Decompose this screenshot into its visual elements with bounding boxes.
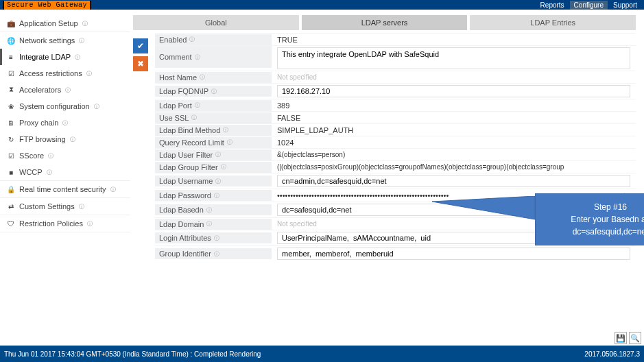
sidebar-item-accelerators[interactable]: ⧗Acceleratorsⓘ (0, 82, 130, 98)
groupfilter-value[interactable]: (|(objectclass=posixGroup)(objectclass=g… (272, 162, 636, 172)
info-icon: ⓘ (79, 203, 84, 210)
info-icon: ⓘ (94, 103, 99, 110)
sidebar-item-application-setup[interactable]: 💼Application Setupⓘ (0, 15, 130, 32)
userfilter-value[interactable]: &(objectclass=person) (272, 149, 636, 160)
field-label: Enabled (159, 36, 187, 44)
sidebar-item-label: Custom Settings (19, 202, 75, 210)
fqdn-input[interactable] (277, 85, 630, 97)
info-icon: ⓘ (86, 70, 92, 77)
ssl-value[interactable]: FALSE (272, 112, 636, 123)
sidebar-item-label: Access restrictions (19, 69, 82, 77)
info-icon: ⓘ (214, 192, 219, 200)
groupid-input[interactable] (277, 248, 630, 260)
info-icon: ⓘ (223, 126, 228, 134)
briefcase-icon: 💼 (7, 20, 15, 27)
field-label: Ldap Password (159, 191, 211, 200)
sidebar-item-label: Real time content security (19, 185, 106, 193)
reclimit-value[interactable]: 1024 (272, 137, 636, 148)
tab-global[interactable]: Global (133, 15, 299, 30)
field-label: Group Identifier (159, 250, 211, 258)
timer-icon: ⧗ (7, 86, 15, 94)
info-icon: ⓘ (79, 37, 84, 45)
search-icon[interactable]: 🔍 (629, 332, 641, 344)
delete-button[interactable]: ✖ (133, 56, 148, 71)
bind-value[interactable]: SIMPLE_LDAP_AUTH (272, 125, 636, 136)
field-label: Ldap Bind Method (159, 126, 220, 134)
sidebar-item-system-configuration[interactable]: ❀System configurationⓘ (0, 98, 130, 114)
field-label: Ldap FQDN\IP (159, 87, 208, 95)
sidebar-item-wccp[interactable]: ■WCCPⓘ (0, 164, 130, 180)
info-icon: ⓘ (48, 152, 53, 160)
info-icon: ⓘ (214, 250, 219, 258)
shield-icon: 🛡 (7, 220, 15, 228)
field-label: Login Attributes (159, 234, 211, 242)
sidebar-item-label: Proxy chain (19, 119, 58, 127)
globe-icon: 🌐 (7, 37, 15, 45)
nav-configure[interactable]: Configure (570, 1, 608, 10)
sidebar-item-realtime-security[interactable]: 🔒Real time content securityⓘ (0, 181, 130, 197)
info-icon: ⓘ (195, 53, 200, 61)
info-icon: ⓘ (221, 163, 226, 171)
field-label: Comment (159, 53, 192, 61)
info-icon: ⓘ (82, 20, 88, 27)
sidebar-item-custom-settings[interactable]: ⇄Custom Settingsⓘ (0, 198, 130, 215)
gear-icon: ❀ (7, 103, 15, 110)
info-icon: ⓘ (195, 101, 200, 109)
sidebar-item-label: System configuration (19, 102, 90, 110)
sidebar-item-restriction-policies[interactable]: 🛡Restriction Policiesⓘ (0, 215, 130, 232)
tab-ldap-entries[interactable]: LDAP Entries (470, 15, 636, 30)
field-label: Ldap Port (159, 101, 192, 110)
info-icon: ⓘ (214, 234, 219, 242)
loginattr-input[interactable] (277, 232, 630, 244)
tabs: Global LDAP servers LDAP Entries (133, 15, 636, 30)
sidebar-item-label: Integrate LDAP (19, 53, 71, 61)
sidebar-item-ftp-browsing[interactable]: ↻FTP browsingⓘ (0, 131, 130, 147)
field-label: Query Record Limit (159, 138, 224, 147)
document-icon: 🗎 (7, 119, 15, 127)
lock-icon: 🔒 (7, 186, 15, 193)
info-icon: ⓘ (110, 186, 116, 193)
check-icon: ☑ (7, 70, 15, 77)
footer-version: 2017.0506.1827.3 (584, 350, 640, 358)
enabled-value[interactable]: TRUE (272, 34, 636, 45)
basedn-input[interactable] (277, 204, 630, 216)
info-icon: ⓘ (65, 86, 71, 94)
refresh-icon: ↻ (7, 136, 15, 143)
tab-ldap-servers[interactable]: LDAP servers (302, 15, 468, 30)
sidebar-item-access-restrictions[interactable]: ☑Access restrictionsⓘ (0, 65, 130, 82)
list-icon: ≡ (7, 53, 15, 61)
field-label: Host Name (159, 73, 197, 82)
sidebar: 💼Application Setupⓘ 🌐Network settingsⓘ ≡… (0, 10, 130, 346)
sidebar-item-label: FTP browsing (19, 135, 66, 143)
field-label: Ldap Domain (159, 220, 204, 228)
info-icon: ⓘ (227, 138, 232, 146)
comment-input[interactable] (277, 47, 630, 69)
hostname-value[interactable]: Not specified (272, 72, 636, 82)
send-icon[interactable]: ➤ (623, 191, 630, 200)
domain-value[interactable]: Not specified (272, 219, 636, 229)
confirm-button[interactable]: ✔ (133, 38, 148, 53)
info-icon: ⓘ (87, 220, 93, 228)
nav-reports[interactable]: Reports (536, 1, 569, 10)
info-icon: ⓘ (206, 220, 212, 228)
footer-status: Thu Jun 01 2017 15:43:04 GMT+0530 (India… (4, 350, 261, 358)
nav-support[interactable]: Support (609, 1, 641, 10)
username-input[interactable] (277, 175, 630, 187)
port-value[interactable]: 389 (272, 100, 636, 111)
sidebar-item-label: Network settings (19, 36, 75, 45)
field-label: Ldap Username (159, 177, 213, 185)
password-masked[interactable]: ••••••••••••••••••••••••••••••••••••••••… (277, 191, 619, 200)
info-icon: ⓘ (206, 206, 212, 214)
brand-logo: Secure Web Gateway (3, 1, 91, 10)
sidebar-item-proxy-chain[interactable]: 🗎Proxy chainⓘ (0, 114, 130, 131)
sidebar-item-sscore[interactable]: ☑SScoreⓘ (0, 147, 130, 164)
field-label: Use SSL (159, 114, 189, 122)
sidebar-item-network-settings[interactable]: 🌐Network settingsⓘ (0, 32, 130, 49)
field-label: Ldap Basedn (159, 206, 204, 214)
field-label: Ldap Group Filter (159, 163, 218, 171)
save-icon[interactable]: 💾 (615, 332, 627, 344)
sidebar-item-label: Accelerators (19, 86, 61, 94)
info-icon: ⓘ (215, 151, 221, 158)
info-icon: ⓘ (211, 88, 217, 95)
sidebar-item-integrate-ldap[interactable]: ≡Integrate LDAPⓘ (0, 49, 130, 65)
